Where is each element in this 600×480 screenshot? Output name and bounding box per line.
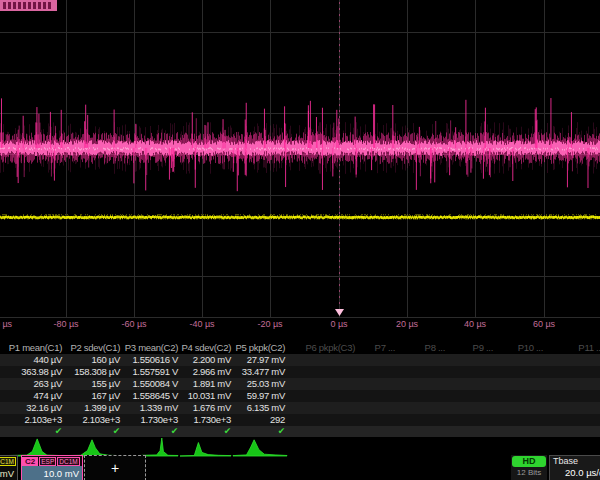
c2-scale-value: 10.0 mV xyxy=(22,466,82,480)
param-stat xyxy=(447,366,495,378)
param-stat xyxy=(287,378,357,390)
param-stat: 2.200 mV xyxy=(180,354,233,366)
histicon[interactable] xyxy=(233,440,287,456)
param-stat: 1.399 µV xyxy=(64,402,122,414)
c2-channel-badge: C2 xyxy=(22,457,38,466)
histicon[interactable] xyxy=(180,443,231,457)
param-stat xyxy=(447,390,495,402)
param-stat: 25.03 mV xyxy=(233,378,287,390)
hd-bits-label: 12 Bits xyxy=(511,467,547,478)
param-stat: 1.339 mV xyxy=(122,402,180,414)
c1-coupling-badge: DC1M xyxy=(0,457,16,466)
param-stat xyxy=(545,378,600,390)
param-stat xyxy=(545,402,600,414)
x-axis-label: 60 µs xyxy=(522,319,566,329)
timebase-title: Tbase xyxy=(550,456,600,467)
param-stat: 474 µV xyxy=(8,390,64,402)
param-stat xyxy=(447,354,495,366)
param-stat: 1.676 mV xyxy=(180,402,233,414)
x-axis-label: -80 µs xyxy=(44,319,88,329)
param-stat: 160 µV xyxy=(64,354,122,366)
param-stat: 363.98 µV xyxy=(8,366,64,378)
param-header-8[interactable]: P8 ... xyxy=(397,341,447,354)
param-stat xyxy=(397,414,447,426)
param-stat xyxy=(357,414,397,426)
param-stat: 155 µV xyxy=(64,378,122,390)
histicon[interactable] xyxy=(64,440,120,456)
histicon[interactable] xyxy=(8,439,62,456)
param-stat xyxy=(495,354,545,366)
param-stat: 33.477 mV xyxy=(233,366,287,378)
param-stat: 1.550084 V xyxy=(122,378,180,390)
param-stat xyxy=(397,366,447,378)
param-status-check xyxy=(447,426,495,437)
x-axis-label: 20 µs xyxy=(385,319,429,329)
c2-esp-badge: ESP xyxy=(39,457,56,466)
param-header-4[interactable]: P4 sdev(C2) xyxy=(180,341,233,354)
param-stat: 2.103e+3 xyxy=(8,414,64,426)
param-stat: 6.135 mV xyxy=(233,402,287,414)
param-stat: 1.550616 V xyxy=(122,354,180,366)
param-status-check xyxy=(357,426,397,437)
x-axis-label: -100 µs xyxy=(0,319,19,329)
param-stat xyxy=(495,366,545,378)
c1-scale-value: 10.0 mV xyxy=(0,466,17,479)
param-stat xyxy=(447,378,495,390)
param-header-1[interactable]: P1 mean(C1) xyxy=(8,341,64,354)
x-axis-label: 40 µs xyxy=(453,319,497,329)
param-header-9[interactable]: P9 ... xyxy=(447,341,495,354)
param-stat xyxy=(545,354,600,366)
channel-descriptor-c1[interactable]: C1 DC1M 10.0 mV xyxy=(0,455,18,480)
x-axis-label: -40 µs xyxy=(180,319,224,329)
param-stat xyxy=(357,354,397,366)
param-stat xyxy=(287,390,357,402)
param-stat: 32.16 µV xyxy=(8,402,64,414)
param-stat xyxy=(495,390,545,402)
param-stat: 440 µV xyxy=(8,354,64,366)
param-header-6[interactable]: P6 pkpk(C3) xyxy=(287,341,357,354)
param-stat: 1.730e+3 xyxy=(122,414,180,426)
histicon[interactable] xyxy=(122,438,178,456)
param-stat xyxy=(545,414,600,426)
param-header-7[interactable]: P7 ... xyxy=(357,341,397,354)
channel-descriptor-c2[interactable]: C2 ESP DC1M 10.0 mV xyxy=(21,455,83,480)
add-trace-button[interactable]: + xyxy=(84,455,146,480)
param-stat xyxy=(447,414,495,426)
param-stat: 1.730e+3 xyxy=(180,414,233,426)
param-stat: 59.97 mV xyxy=(233,390,287,402)
param-header-11[interactable]: P11 ... xyxy=(545,341,600,354)
plus-icon: + xyxy=(85,456,145,480)
param-stat: 292 xyxy=(233,414,287,426)
param-stat xyxy=(397,390,447,402)
param-stat: 263 µV xyxy=(8,378,64,390)
param-stat xyxy=(287,402,357,414)
param-header-5[interactable]: P5 pkpk(C2) xyxy=(233,341,287,354)
param-header-3[interactable]: P3 mean(C2) xyxy=(122,341,180,354)
param-stat xyxy=(397,354,447,366)
x-axis-label: -20 µs xyxy=(248,319,292,329)
param-header-10[interactable]: P10 ... xyxy=(495,341,545,354)
param-stat xyxy=(357,378,397,390)
param-stat xyxy=(287,414,357,426)
waveform-plot[interactable] xyxy=(0,0,600,318)
param-stat xyxy=(287,366,357,378)
param-stat: 1.558645 V xyxy=(122,390,180,402)
hd-mode-indicator[interactable]: HD 12 Bits xyxy=(511,455,547,480)
hd-badge: HD xyxy=(512,456,546,467)
param-stat xyxy=(495,378,545,390)
param-stat xyxy=(357,366,397,378)
param-stat: 2.103e+3 xyxy=(64,414,122,426)
c2-coupling-badge: DC1M xyxy=(57,457,79,466)
param-stat xyxy=(357,390,397,402)
oscilloscope-screen: -100 µs -80 µs -60 µs -40 µs -20 µs 0 µs… xyxy=(0,0,600,480)
param-stat: 1.891 mV xyxy=(180,378,233,390)
param-stat: 27.97 mV xyxy=(233,354,287,366)
x-axis-label-trigger: 0 µs xyxy=(317,319,361,329)
timebase-descriptor[interactable]: Tbase 20.0 µs/div xyxy=(549,455,600,480)
top-left-label-text xyxy=(3,2,53,9)
param-header-2[interactable]: P2 sdev(C1) xyxy=(64,341,122,354)
measurement-table[interactable]: P1 mean(C1)P2 sdev(C1)P3 mean(C2)P4 sdev… xyxy=(0,341,600,437)
param-stat: 1.557591 V xyxy=(122,366,180,378)
param-stat xyxy=(545,366,600,378)
param-stat xyxy=(447,402,495,414)
